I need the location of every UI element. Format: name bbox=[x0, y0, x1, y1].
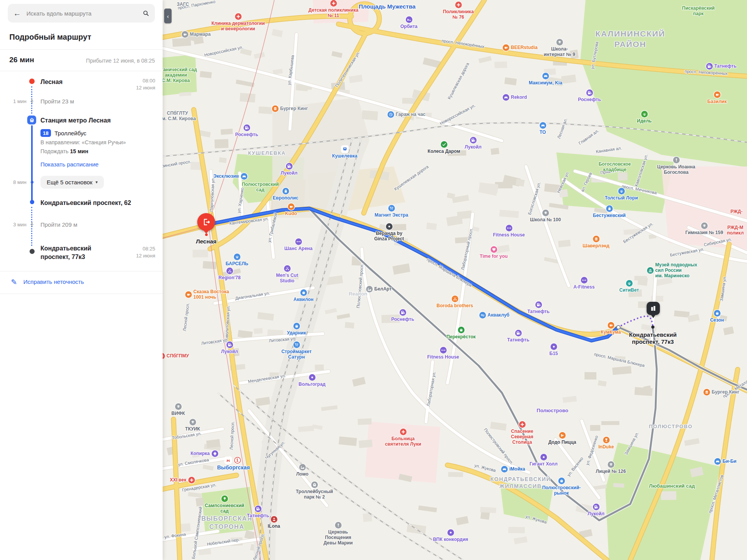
map-poi-icon-pump[interactable] bbox=[400, 309, 406, 316]
map-poi-icon-cart[interactable] bbox=[293, 341, 300, 348]
map-poi-icon-factory[interactable] bbox=[299, 464, 306, 471]
map-poi-label[interactable]: Пискарёвский парк bbox=[682, 5, 715, 16]
map-poi-icon-burger[interactable] bbox=[703, 389, 710, 396]
search-bar[interactable]: ← bbox=[8, 4, 155, 23]
map-poi-icon-dot[interactable] bbox=[540, 454, 547, 460]
map-poi-label[interactable]: Роснефть bbox=[391, 317, 414, 322]
map-poi-icon-museum[interactable] bbox=[647, 267, 654, 274]
map-poi-label[interactable]: ILona bbox=[268, 523, 280, 529]
map-poi-icon-church[interactable] bbox=[673, 157, 680, 163]
map-poi-icon-train[interactable] bbox=[342, 146, 348, 152]
map-poi-label[interactable]: Магнит Экстра bbox=[375, 212, 409, 218]
map-poi-label[interactable]: Полюстровский сад bbox=[242, 182, 279, 192]
map-poi-icon-cross[interactable] bbox=[188, 477, 195, 483]
map-poi-icon-metro[interactable] bbox=[225, 457, 231, 464]
map-poi-icon-tram[interactable] bbox=[311, 481, 318, 488]
map-poi-label[interactable]: Лукойл bbox=[587, 511, 604, 516]
map-poi-label[interactable]: Европолис bbox=[273, 195, 298, 201]
map-poi-label[interactable]: Fitness House bbox=[493, 232, 525, 238]
map-poi-icon-scissors[interactable] bbox=[452, 296, 458, 302]
map-poi-label[interactable]: Максимум, Kia bbox=[529, 80, 562, 86]
map-poi-icon-school[interactable] bbox=[175, 403, 182, 410]
map-poi-label[interactable]: Церковь Иоанна Богослова bbox=[657, 164, 695, 175]
map-poi-icon-clock[interactable] bbox=[388, 111, 394, 118]
map-poi-label[interactable]: Вольгоград bbox=[298, 382, 326, 387]
map-poi-label[interactable]: Rekord bbox=[511, 94, 527, 100]
map-poi-icon-cafe[interactable] bbox=[185, 291, 192, 298]
map-poi-icon-fitness[interactable] bbox=[440, 347, 447, 354]
map-poi-label[interactable]: СитиВет bbox=[619, 287, 639, 293]
map-poi-icon-pump[interactable] bbox=[470, 137, 477, 144]
map-poi-label[interactable]: Шаверлэнд bbox=[583, 243, 610, 248]
map-poi-label[interactable]: Роснефть bbox=[235, 132, 258, 137]
map-poi-icon-car[interactable] bbox=[501, 466, 508, 472]
map-poi-label[interactable]: Шанс Арена bbox=[284, 246, 313, 251]
map-poi-icon-basket[interactable] bbox=[714, 310, 721, 317]
map-poi-icon-car[interactable] bbox=[542, 73, 549, 79]
map-poi-icon-car[interactable] bbox=[503, 94, 509, 101]
back-icon[interactable]: ← bbox=[13, 9, 21, 17]
map-poi-icon-pump[interactable] bbox=[244, 124, 250, 131]
map-poi-label[interactable]: Кушелевка bbox=[332, 153, 358, 159]
map-poi-icon-person[interactable] bbox=[271, 516, 277, 523]
map-poi-label[interactable]: Лицей № 126 bbox=[596, 469, 626, 474]
map-poi-icon-dot[interactable] bbox=[447, 529, 454, 536]
map-poi-icon-wine[interactable] bbox=[603, 437, 610, 443]
map-poi-label[interactable]: Перекрёсток bbox=[446, 334, 475, 340]
search-input[interactable] bbox=[26, 10, 138, 17]
map-poi-icon-swim[interactable] bbox=[479, 312, 486, 318]
map-poi-label[interactable]: Выборгская bbox=[217, 464, 250, 471]
map-poi-icon-basket[interactable] bbox=[558, 478, 565, 484]
map-poi-label[interactable]: Полюстрово bbox=[537, 408, 568, 413]
map-poi-label[interactable]: Школа- интернат № 9 bbox=[544, 46, 575, 57]
map-poi-icon-school[interactable] bbox=[542, 210, 549, 216]
map-poi-icon-burger[interactable] bbox=[272, 105, 279, 112]
collapse-sidebar-button[interactable]: ‹ bbox=[164, 9, 172, 23]
map-poi-label[interactable]: Татнефть bbox=[507, 337, 529, 343]
map-poi-icon-paw[interactable] bbox=[618, 188, 625, 194]
map-poi-label[interactable]: Бургер Кинг bbox=[712, 389, 740, 395]
map-poi-label[interactable]: Boroda brothers bbox=[437, 303, 473, 308]
map-poi-label[interactable]: Лукойл bbox=[221, 349, 238, 354]
map-poi-icon-pizza[interactable] bbox=[559, 432, 566, 439]
transit-stop-name[interactable]: Станция метро Лесная bbox=[40, 116, 110, 125]
map-poi-label[interactable]: Татнефть bbox=[527, 309, 549, 314]
map-poi-label[interactable]: Спасение Северная Столица bbox=[511, 429, 533, 445]
map-poi-icon-paw[interactable] bbox=[626, 280, 633, 287]
show-schedule-link[interactable]: Показать расписание bbox=[40, 161, 98, 168]
map-poi-icon-cafe[interactable] bbox=[714, 91, 721, 98]
map-poi-icon-school[interactable] bbox=[189, 419, 196, 425]
map-poi-label[interactable]: A-Fitness bbox=[573, 284, 595, 290]
map-poi-label[interactable]: Поликлиника № 76 bbox=[443, 9, 473, 20]
route-start-pin[interactable] bbox=[197, 213, 215, 231]
map-poi-label[interactable]: Сказка Востока 1001 ночь bbox=[193, 289, 229, 300]
map-poi-label[interactable]: Богословское кладбище bbox=[598, 161, 631, 172]
map-poi-label[interactable]: Татнефть bbox=[714, 63, 736, 69]
map-poi-label[interactable]: XXI век bbox=[170, 477, 186, 483]
map-poi-icon-fitness[interactable] bbox=[581, 277, 587, 284]
map-poi-icon-school[interactable] bbox=[608, 461, 614, 468]
map-poi-label[interactable]: Полюстровский- рынок bbox=[542, 485, 580, 496]
map-poi-label[interactable]: КумКума bbox=[601, 329, 621, 335]
map-poi-icon-cross[interactable] bbox=[235, 13, 242, 20]
map-poi-label[interactable]: Клиника дерматологии и венерологии bbox=[211, 21, 265, 32]
map-poi-label[interactable]: СПбГЛТУ им. С.М. Кирова bbox=[159, 110, 196, 121]
map-poi-label[interactable]: Бестужевский bbox=[593, 213, 626, 218]
map-poi-icon-bag[interactable] bbox=[282, 188, 289, 194]
more-stops-button[interactable]: Ещё 5 остановок ▾ bbox=[40, 176, 104, 189]
map-poi-label[interactable]: РЖД- bbox=[730, 209, 742, 214]
map-poi-icon-pump[interactable] bbox=[535, 301, 542, 308]
map-poi-icon-car[interactable] bbox=[540, 122, 546, 129]
map-poi-label[interactable]: Строймаркет Сатурн bbox=[281, 349, 312, 360]
map-poi-label[interactable]: Толстый Лори bbox=[605, 195, 638, 201]
map-poi-label[interactable]: Бургер Кинг bbox=[280, 106, 308, 111]
map-poi-label[interactable]: Эксклюзив bbox=[213, 173, 239, 179]
map-poi-icon-paw[interactable] bbox=[234, 254, 240, 260]
map-poi-label[interactable]: BEERstudia bbox=[511, 45, 538, 50]
map-poi-icon-basket[interactable] bbox=[293, 323, 300, 329]
map-poi-icon-car[interactable] bbox=[241, 173, 247, 180]
map-poi-icon-check[interactable] bbox=[441, 141, 447, 148]
map-poi-label[interactable]: Лукойл bbox=[465, 144, 481, 150]
map-poi-label[interactable]: Аквилон bbox=[293, 297, 313, 302]
map-poi-icon-printer[interactable] bbox=[212, 450, 218, 457]
